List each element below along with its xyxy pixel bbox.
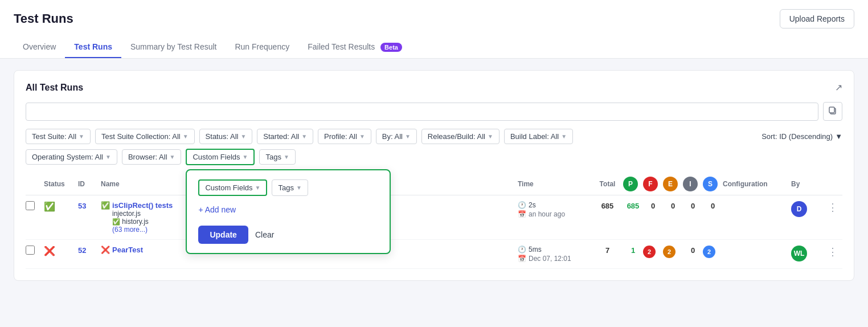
tab-overview[interactable]: Overview [14,36,65,58]
filter-os[interactable]: Operating System: All ▼ [26,149,117,165]
sort-chevron-icon: ▼ [835,132,842,141]
row2-f: 2 [643,246,663,258]
row2-s-badge: 2 [703,246,715,258]
test-runs-card: All Test Runs ↗ Test Suite: All ▼ [14,70,854,281]
tab-summary[interactable]: Summary by Test Result [121,36,226,58]
row2-i: 0 [683,246,703,255]
tab-failed[interactable]: Failed Test Results Beta [298,36,411,58]
filter-custom-fields[interactable]: Custom Fields ▼ [186,149,255,165]
row1-name-link[interactable]: isClipRect() tests [112,201,173,210]
chevron-icon: ▼ [255,185,261,191]
row1-sub2-icon: ✅ [112,218,120,225]
chevron-icon: ▼ [79,133,84,140]
row1-time: 🕐 2s 📅 an hour ago [518,201,592,218]
col-header-time: Time [518,180,592,188]
row1-total: 685 [592,201,623,210]
row1-more-menu-button[interactable]: ⋮ [825,201,840,214]
sort-section: Sort: ID (Descending) ▼ [761,132,842,141]
popup-add-new[interactable]: + Add new [198,205,378,214]
table-row: ❌ 52 ❌ PearTest 🕐 5ms [26,240,842,269]
filter-by[interactable]: By: All ▼ [376,129,417,144]
row2-avatar: WL [791,246,807,261]
col-header-by: By [791,180,825,188]
s-badge-header: S [703,177,718,191]
filters-row-2: Operating System: All ▼ Browser: All ▼ C… [26,149,842,165]
filter-browser[interactable]: Browser: All ▼ [122,149,182,165]
upload-reports-button[interactable]: Upload Reports [780,9,854,28]
page: Test Runs Upload Reports Overview Test R… [0,0,868,327]
row2-more-menu-button[interactable]: ⋮ [825,246,840,258]
status-pass-icon: ✅ [44,202,55,211]
tab-frequency[interactable]: Run Frequency [226,36,298,58]
popup-custom-fields-btn[interactable]: Custom Fields ▼ [198,179,267,196]
clock-icon: 🕐 [518,246,526,254]
status-fail-icon: ❌ [44,246,55,256]
filter-tags[interactable]: Tags ▼ [259,149,295,165]
row2-e: 2 [663,246,683,258]
filter-profile[interactable]: Profile: All ▼ [318,129,371,144]
row2-name-link[interactable]: PearTest [112,246,143,254]
row1-id: 53 [78,201,101,210]
row2-time: 🕐 5ms 📅 Dec 07, 12:01 [518,246,592,263]
filter-started[interactable]: Started: All ▼ [257,129,313,144]
expand-icon[interactable]: ↗ [835,82,842,93]
row2-id: 52 [78,246,101,255]
filter-collection[interactable]: Test Suite Collection: All ▼ [95,129,195,144]
search-input[interactable] [26,103,818,121]
tab-test-runs[interactable]: Test Runs [65,36,121,58]
calendar-icon: 📅 [518,210,526,218]
chevron-icon: ▼ [243,154,248,160]
row1-checkbox[interactable] [26,201,44,212]
e-badge-header: E [663,177,678,191]
custom-fields-popup: Custom Fields ▼ Tags ▼ + Add new [186,169,391,254]
row1-p: 685 [623,201,643,210]
col-header-total: Total [592,180,623,188]
row2-p: 1 [623,246,643,255]
beta-badge: Beta [380,43,402,52]
filter-test-suite[interactable]: Test Suite: All ▼ [26,129,91,144]
row1-avatar: D [791,201,807,217]
filters-row-1: Test Suite: All ▼ Test Suite Collection:… [26,129,842,144]
row2-total: 7 [592,246,623,255]
col-header-e: E [663,177,683,191]
filters-row-2-container: Operating System: All ▼ Browser: All ▼ C… [26,149,842,165]
filter-release[interactable]: Release/Build: All ▼ [421,129,499,144]
tabs: Overview Test Runs Summary by Test Resul… [14,36,854,58]
page-title-row: Test Runs Upload Reports [14,9,854,28]
row2-by: WL [791,246,825,261]
row2-name-status-icon: ❌ [101,246,110,254]
filter-status[interactable]: Status: All ▼ [199,129,253,144]
col-header-id: ID [78,180,101,188]
copy-icon [828,106,837,115]
main-content: All Test Runs ↗ Test Suite: All ▼ [0,59,868,292]
row2-checkbox[interactable] [26,246,44,256]
table-row: ✅ 53 ✅ isClipRect() tests injector.js ✅ … [26,195,842,240]
row1-i: 0 [683,201,703,210]
search-row [26,102,842,121]
row1-name-status-icon: ✅ [101,201,110,210]
row2-f-badge: 2 [643,246,656,258]
chevron-icon: ▼ [301,133,307,140]
chevron-icon: ▼ [170,154,175,160]
copy-button[interactable] [823,102,842,121]
row1-e: 0 [663,201,683,210]
chevron-icon: ▼ [405,133,411,140]
popup-tags-btn[interactable]: Tags ▼ [272,179,308,196]
row1-s: 0 [703,201,723,210]
filter-build-label[interactable]: Build Label: All ▼ [504,129,573,144]
col-header-f: F [643,177,663,191]
popup-update-button[interactable]: Update [198,226,248,244]
popup-filters: Custom Fields ▼ Tags ▼ [198,179,378,196]
col-header-p: P [623,177,643,191]
row2-action: ⋮ [825,246,842,258]
i-badge-header: I [683,177,698,191]
page-title: Test Runs [14,11,73,26]
svg-rect-1 [829,107,834,113]
card-header: All Test Runs ↗ [26,82,842,93]
row1-f: 0 [643,201,663,210]
page-header: Test Runs Upload Reports Overview Test R… [0,0,868,59]
table-headers: Status ID Name Time Total P F E I [26,173,842,195]
chevron-icon: ▼ [561,133,567,140]
calendar-icon: 📅 [518,255,526,263]
popup-clear-button[interactable]: Clear [255,230,274,239]
